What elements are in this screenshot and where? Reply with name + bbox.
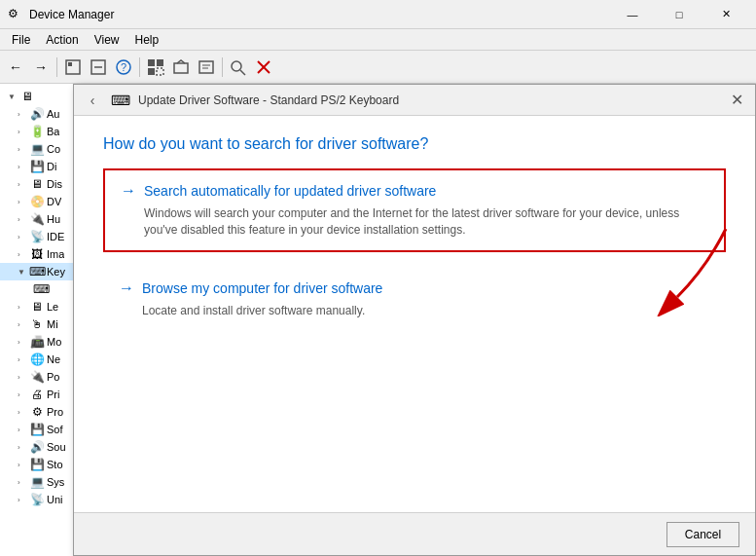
toolbar-btn-8[interactable] <box>252 56 275 79</box>
expand-arrow: › <box>18 215 27 224</box>
item-label: Po <box>47 371 59 383</box>
tree-item-audio[interactable]: › 🔊 Au <box>0 105 77 123</box>
system-icon: 💻 <box>29 475 45 489</box>
item-label: Dis <box>47 178 62 190</box>
tree-item-ide[interactable]: › 📡 IDE <box>0 228 77 245</box>
computer-icon: 🖥 <box>19 90 35 103</box>
toolbar-forward[interactable]: → <box>29 56 53 79</box>
expand-arrow: › <box>18 426 27 434</box>
tree-item-mice[interactable]: › 🖱 Mi <box>0 315 77 333</box>
svg-rect-7 <box>157 59 163 66</box>
toolbar-back[interactable]: ← <box>4 56 27 79</box>
svg-rect-9 <box>157 68 163 75</box>
tree-item-monitors[interactable]: › 🖥 Le <box>0 298 77 315</box>
monitors-icon: 🖥 <box>29 300 45 314</box>
tree-item-keyboard-child[interactable]: ⌨ <box>0 280 77 298</box>
sound-icon: 🔊 <box>29 440 45 454</box>
menu-action[interactable]: Action <box>38 31 86 49</box>
item-label: Pri <box>47 389 59 400</box>
dialog-close-button[interactable]: ✕ <box>726 90 747 111</box>
expand-arrow: › <box>18 390 27 399</box>
tree-item-modems[interactable]: › 📠 Mo <box>0 333 77 351</box>
main-area: ▼ 🖥 › 🔊 Au › 🔋 Ba › 💻 Co › 💾 Di › 🖥 Dis <box>0 84 756 556</box>
toolbar-btn-5[interactable] <box>169 56 193 79</box>
toolbar-btn-1[interactable] <box>61 56 85 79</box>
storage-icon: 💾 <box>29 458 45 471</box>
browse-manually-option[interactable]: → Browse my computer for driver software… <box>103 268 726 331</box>
update-driver-dialog: ‹ ⌨ Update Driver Software - Standard PS… <box>73 84 756 556</box>
display-icon: 🖥 <box>29 177 45 191</box>
tree-item-sound[interactable]: › 🔊 Sou <box>0 438 77 456</box>
toolbar-btn-6[interactable] <box>195 56 218 79</box>
toolbar-sep-1 <box>56 57 57 77</box>
proc-icon: ⚙ <box>29 405 45 419</box>
dialog-question: How do you want to search for driver sof… <box>103 135 726 153</box>
tree-item-print[interactable]: › 🖨 Pri <box>0 386 77 403</box>
menu-help[interactable]: Help <box>127 31 167 49</box>
cancel-button[interactable]: Cancel <box>666 522 739 547</box>
expand-arrow: › <box>18 163 27 171</box>
tree-item-proc[interactable]: › ⚙ Pro <box>0 403 77 421</box>
expand-arrow: › <box>18 408 27 417</box>
tree-item-keyboards[interactable]: ▼ ⌨ Key <box>0 263 77 280</box>
svg-rect-6 <box>148 59 155 66</box>
option1-desc: Windows will search your computer and th… <box>121 205 708 239</box>
item-label: Sof <box>47 424 63 435</box>
tree-item-dvd[interactable]: › 📀 DV <box>0 193 77 210</box>
keyboard-child-icon: ⌨ <box>33 282 49 296</box>
item-label: Uni <box>47 494 63 505</box>
menu-view[interactable]: View <box>87 31 127 49</box>
dialog-keyboard-icon: ⌨ <box>111 93 130 108</box>
dialog-back-button[interactable]: ‹ <box>82 90 103 111</box>
item-label: Co <box>47 143 60 155</box>
tree-item-disk[interactable]: › 💾 Di <box>0 158 77 175</box>
close-button[interactable]: ✕ <box>703 0 748 29</box>
tree-item-ports[interactable]: › 🔌 Po <box>0 368 77 386</box>
tree-item-network[interactable]: › 🌐 Ne <box>0 351 77 368</box>
menu-file[interactable]: File <box>4 31 38 49</box>
item-label: DV <box>47 196 61 207</box>
toolbar-btn-3[interactable]: ? <box>112 56 135 79</box>
expand-arrow: › <box>18 233 27 241</box>
toolbar-btn-4[interactable] <box>144 56 167 79</box>
tree-item-battery[interactable]: › 🔋 Ba <box>0 123 77 140</box>
ide-icon: 📡 <box>29 230 45 243</box>
item-label: IDE <box>47 231 64 242</box>
dialog-title-bar: ‹ ⌨ Update Driver Software - Standard PS… <box>74 85 755 116</box>
expand-arrow: › <box>18 338 27 347</box>
disk-icon: 💾 <box>29 160 45 173</box>
soft-icon: 💾 <box>29 423 45 436</box>
toolbar-btn-7[interactable] <box>227 56 250 79</box>
tree-item-imaging[interactable]: › 🖼 Ima <box>0 245 77 263</box>
tree-item-computer2[interactable]: › 💻 Co <box>0 140 77 158</box>
maximize-button[interactable]: □ <box>657 0 702 29</box>
app-title: Device Manager <box>29 8 114 21</box>
option2-title: Browse my computer for driver software <box>142 280 382 296</box>
item-label: Sou <box>47 441 66 453</box>
imaging-icon: 🖼 <box>29 247 45 261</box>
tree-item-system[interactable]: › 💻 Sys <box>0 473 77 491</box>
tree-item-hub[interactable]: › 🔌 Hu <box>0 210 77 228</box>
tree-item-uni[interactable]: › 📡 Uni <box>0 491 77 508</box>
tree-item-storage[interactable]: › 💾 Sto <box>0 456 77 473</box>
expand-arrow: › <box>18 303 27 312</box>
option1-arrow: → <box>121 182 136 200</box>
item-label: Pro <box>47 406 63 418</box>
svg-rect-8 <box>148 68 155 75</box>
hub-icon: 🔌 <box>29 212 45 226</box>
toolbar-btn-2[interactable] <box>87 56 110 79</box>
network-icon: 🌐 <box>29 352 45 366</box>
minimize-button[interactable]: — <box>610 0 655 29</box>
svg-point-14 <box>232 61 241 71</box>
search-automatically-option[interactable]: → Search automatically for updated drive… <box>103 168 726 252</box>
title-bar: ⚙ Device Manager — □ ✕ <box>0 0 756 29</box>
svg-line-15 <box>240 70 245 75</box>
modems-icon: 📠 <box>29 335 45 349</box>
expand-arrow: › <box>18 198 27 206</box>
tree-item-display[interactable]: › 🖥 Dis <box>0 175 77 193</box>
ports-icon: 🔌 <box>29 370 45 384</box>
tree-item-computer[interactable]: ▼ 🖥 <box>0 88 77 105</box>
svg-text:?: ? <box>121 61 126 73</box>
dialog-title: Update Driver Software - Standard PS/2 K… <box>138 93 399 107</box>
tree-item-soft[interactable]: › 💾 Sof <box>0 421 77 438</box>
